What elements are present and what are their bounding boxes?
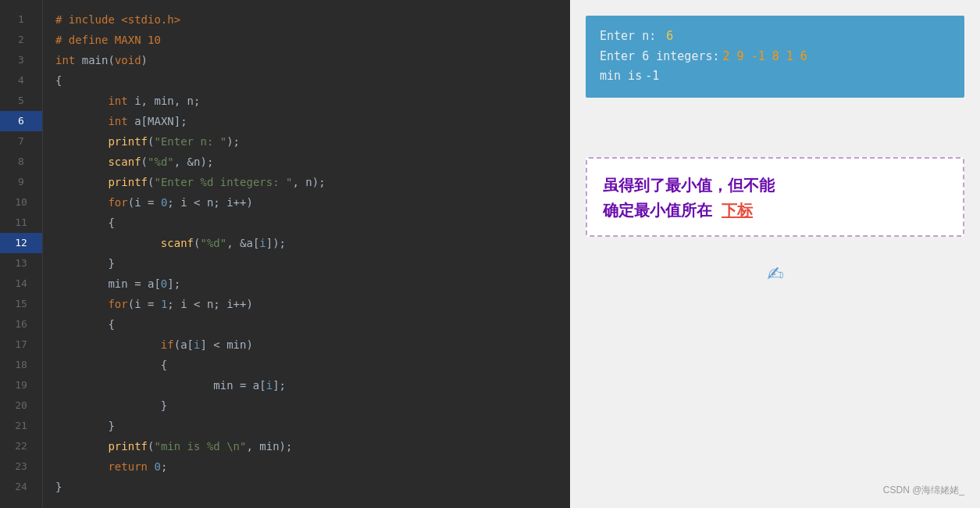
line-14: 14 [0, 274, 42, 294]
code-line-14: min = a[ 0 ]; [55, 274, 561, 294]
line-15: 15 [0, 294, 42, 314]
code-token: ) [141, 50, 148, 70]
line-22: 22 [0, 436, 42, 456]
code-line-19: min = a[ i ]; [55, 375, 561, 395]
code-token: { [55, 213, 115, 233]
line-1: 1 [0, 9, 42, 30]
code-token: "Enter %d integers: " [154, 172, 292, 192]
code-token: printf [108, 172, 148, 192]
code-token: ( [141, 152, 148, 172]
code-token [55, 111, 108, 131]
line-19: 19 [0, 375, 42, 395]
line-17: 17 [0, 334, 42, 355]
code-token: i [194, 334, 200, 355]
annotation-line1: 虽得到了最小值，但不能 [603, 173, 947, 198]
code-line-9: printf ( "Enter %d integers: " , n); [55, 172, 561, 192]
code-token: return [108, 456, 154, 477]
code-token: (a[ [174, 334, 194, 355]
code-token: ; [161, 456, 167, 477]
code-token: int [108, 91, 127, 111]
line-4: 4 [0, 70, 42, 91]
code-token: } [55, 477, 62, 497]
line-21: 21 [0, 416, 42, 436]
code-token: for [108, 192, 127, 213]
code-line-18: { [55, 355, 561, 375]
code-token: (i = [128, 192, 161, 213]
line-numbers: 1 2 3 4 5 6 7 8 9 10 11 12 13 14 15 16 1… [0, 0, 43, 508]
code-line-17: if (a[ i ] < min) [55, 334, 561, 355]
code-token: 0 [154, 456, 160, 477]
line-5: 5 [0, 91, 42, 111]
code-token: ( [194, 233, 200, 253]
code-token [55, 131, 108, 152]
code-line-21: } [55, 416, 561, 436]
code-line-11: { [55, 213, 561, 233]
code-token: { [55, 70, 62, 91]
code-token: , min); [246, 436, 292, 456]
terminal-line-1: Enter n: 6 [600, 27, 950, 47]
code-line-7: printf ( "Enter n: " ); [55, 131, 561, 152]
code-line-10: for (i = 0 ; i < n; i++) [55, 192, 561, 213]
code-token: ]; [167, 274, 180, 294]
code-token: i [266, 375, 273, 395]
line-16: 16 [0, 314, 42, 334]
code-line-20: } [55, 395, 561, 416]
code-token: "%d" [148, 152, 174, 172]
code-token: int [55, 50, 75, 70]
line-2: 2 [0, 30, 42, 50]
terminal-label: min is [600, 66, 642, 87]
code-line-22: printf ( "min is %d \n" , min); [55, 436, 561, 456]
line-7: 7 [0, 131, 42, 152]
code-line-1: # include <stdio.h> [55, 9, 561, 30]
code-content: # include <stdio.h> # define MAXN 10 int… [43, 0, 570, 508]
line-8: 8 [0, 152, 42, 172]
code-line-24: } [55, 477, 561, 497]
line-20: 20 [0, 395, 42, 416]
code-token: min = a[ [55, 375, 266, 395]
code-token: ]); [266, 233, 286, 253]
code-token [55, 172, 108, 192]
line-3: 3 [0, 50, 42, 70]
code-line-12: scanf ( "%d" , &a[ i ]); [55, 233, 561, 253]
code-token: ; i < n; i++) [167, 294, 253, 314]
code-token: 1 [161, 294, 167, 314]
code-token: "min is %d \n" [154, 436, 246, 456]
code-line-2: # define MAXN 10 [55, 30, 561, 50]
code-token: for [108, 294, 127, 314]
right-panel: Enter n: 6 Enter 6 integers: 2 9 -1 8 1 … [570, 0, 980, 508]
line-23: 23 [0, 456, 42, 477]
line-18: 18 [0, 355, 42, 375]
annotation-underline: 下标 [722, 201, 753, 220]
code-token: 0 [161, 274, 167, 294]
hand-pointing-icon: ✍ [767, 256, 784, 288]
code-token: 0 [161, 192, 167, 213]
code-token: "%d" [200, 233, 226, 253]
code-token: ] < min) [200, 334, 252, 355]
code-token: ( [148, 172, 154, 192]
annotation-prefix: 确定最小值所在 [603, 201, 712, 220]
terminal-value-n: 6 [666, 27, 673, 47]
code-token: i, min, n; [128, 91, 201, 111]
code-token: , n); [292, 172, 325, 192]
code-line-16: { [55, 314, 561, 334]
line-24: 24 [0, 477, 42, 497]
code-line-23: return 0 ; [55, 456, 561, 477]
code-token: int [108, 111, 127, 131]
hand-icon-container: ✍ [586, 256, 964, 288]
code-line-6: int a[MAXN]; [55, 111, 561, 131]
code-line-4: { [55, 70, 561, 91]
code-token: "Enter n: " [154, 131, 226, 152]
code-token: , &n); [174, 152, 214, 172]
code-token: printf [108, 436, 148, 456]
code-token: scanf [161, 233, 194, 253]
code-token: } [55, 416, 115, 436]
code-token: ]; [273, 375, 286, 395]
code-token: ( [148, 436, 154, 456]
terminal-line-2: Enter 6 integers: 2 9 -1 8 1 6 [600, 47, 950, 67]
code-token [55, 436, 108, 456]
code-token: if [161, 334, 174, 355]
code-token: # include <stdio.h> [55, 9, 180, 30]
code-token [55, 192, 108, 213]
code-token: ; i < n; i++) [167, 192, 253, 213]
code-token: # define MAXN 10 [55, 30, 161, 50]
